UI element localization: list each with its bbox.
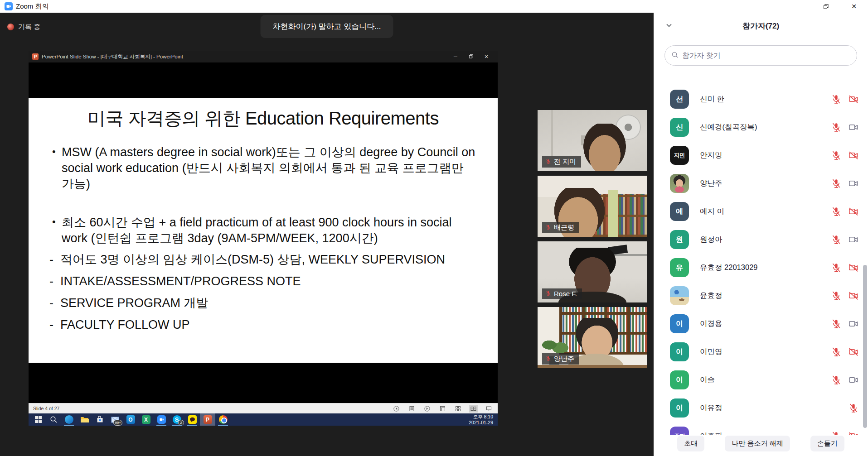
bullet-mark: • (52, 214, 56, 230)
avatar (670, 174, 689, 193)
taskbar-file-explorer-icon[interactable] (77, 413, 92, 426)
mic-muted-icon (831, 206, 842, 217)
participant-row[interactable]: 선선미 한 (654, 85, 868, 113)
mic-muted-icon (831, 234, 842, 245)
taskbar-search-icon[interactable] (46, 413, 61, 426)
search-input[interactable] (682, 52, 850, 60)
camera-on-icon (848, 122, 859, 133)
mic-muted-icon (831, 290, 842, 301)
camera-off-icon (848, 431, 859, 435)
participants-panel: 참가자(72) 선선미 한신신예경(칠곡장복)지민안지밍양난주예예지 이원원정아… (654, 13, 868, 456)
taskbar-chrome-icon[interactable] (215, 413, 231, 426)
mic-muted-icon (831, 150, 842, 161)
participant-row[interactable]: 유유효정 22013029 (654, 254, 868, 282)
taskbar-start-icon[interactable] (30, 413, 46, 426)
next-slide-icon[interactable] (423, 405, 432, 413)
restore-button[interactable] (812, 0, 840, 13)
statusbar-icons (392, 405, 493, 413)
camera-on-icon (848, 178, 859, 189)
close-button[interactable]: ✕ (840, 0, 868, 13)
participant-row[interactable]: 윤효정 (654, 282, 868, 310)
taskbar-store-icon[interactable] (92, 413, 107, 426)
mic-muted-icon (545, 158, 551, 166)
participant-list: 선선미 한신신예경(칠곡장복)지민안지밍양난주예예지 이원원정아유유효정 220… (654, 85, 868, 435)
participant-row[interactable]: 신신예경(칠곡장복) (654, 113, 868, 141)
notes-icon[interactable] (407, 405, 416, 413)
participant-row[interactable]: 이이경용 (654, 310, 868, 338)
camera-off-icon (848, 94, 859, 105)
participant-status-icons (831, 178, 868, 189)
ppt-minimize-button[interactable]: ─ (448, 54, 463, 60)
avatar: 이 (670, 342, 689, 361)
taskbar-outlook-icon[interactable]: O (123, 413, 138, 426)
participant-name: 이경용 (700, 319, 723, 329)
mic-muted-icon (831, 94, 842, 105)
avatar: 원 (670, 230, 689, 249)
taskbar-zoom-icon[interactable] (154, 413, 169, 426)
participant-name: 이민영 (700, 347, 723, 357)
minimize-button[interactable]: — (784, 0, 812, 13)
ppt-close-button[interactable]: ✕ (479, 54, 494, 60)
participant-row[interactable]: 이이민영 (654, 338, 868, 366)
participant-status-icons (831, 290, 868, 301)
ppt-restore-button[interactable] (463, 54, 479, 60)
slide-sub-item: -SERVICE PROGRAM 개발 (49, 295, 477, 311)
avatar: 이 (670, 314, 689, 333)
dash-mark: - (49, 252, 53, 268)
slide-sorter-icon[interactable] (454, 405, 462, 413)
taskbar-edge-icon[interactable] (61, 413, 77, 426)
unmute-myself-button[interactable]: 나만 음소거 해제 (725, 436, 790, 451)
video-nameplate: 전 지미 (542, 156, 581, 168)
recording-label: 기록 중 (18, 23, 40, 31)
participant-row[interactable]: 종피이종피 (654, 422, 868, 435)
participant-name: 양난주 (700, 178, 723, 188)
powerpoint-icon: P (32, 53, 39, 60)
video-nameplate: Rose F. (542, 288, 582, 299)
scrollbar-thumb[interactable] (863, 265, 867, 428)
taskbar-kakaotalk-icon[interactable] (184, 413, 200, 426)
taskbar-skype-icon[interactable]: S2 (169, 413, 184, 426)
video-tile[interactable]: 양난주 (538, 307, 647, 368)
taskbar-powerpoint-icon[interactable]: P (200, 413, 215, 426)
participant-row[interactable]: 원원정아 (654, 226, 868, 254)
camera-off-icon (848, 150, 859, 161)
video-tile[interactable]: 배근령 (538, 176, 647, 237)
participant-name: 신예경(칠곡장복) (700, 122, 757, 132)
camera-off-icon (848, 262, 859, 273)
zoom-logo-icon (5, 2, 13, 10)
desk-edge (538, 365, 647, 368)
door-frame (551, 110, 553, 156)
taskbar-icon-strip: 99+OXS2P (30, 413, 231, 426)
video-tile[interactable]: Rose F. (538, 241, 647, 302)
camera-on-icon (848, 234, 859, 245)
participant-row[interactable]: 양난주 (654, 169, 868, 197)
bullet-mark: • (52, 144, 56, 159)
slide-sub-item: -INTAKE/ASSESSMENT/PROGRESS NOTE (49, 274, 477, 289)
participant-status-icons (831, 234, 868, 245)
powerpoint-titlebar: P PowerPoint Slide Show - [대구대학교 사회복지] -… (29, 51, 498, 62)
participant-name: 선미 한 (700, 94, 724, 104)
video-tile[interactable]: 전 지미 (538, 110, 647, 171)
participant-row[interactable]: 예예지 이 (654, 197, 868, 226)
avatar: 예 (670, 202, 689, 221)
taskbar-mail-icon[interactable]: 99+ (107, 413, 123, 426)
taskbar-excel-icon[interactable]: X (138, 413, 154, 426)
participant-row[interactable]: 지민안지밍 (654, 141, 868, 169)
participant-status-icons (831, 318, 868, 329)
recording-indicator[interactable]: 기록 중 (7, 23, 40, 31)
invite-button[interactable]: 초대 (677, 436, 704, 451)
normal-view-icon[interactable] (438, 405, 447, 413)
chevron-down-icon[interactable] (665, 22, 673, 31)
slide-canvas: 미국 자격증의 위한 Education Requirements •MSW (… (29, 98, 498, 363)
reading-view-icon[interactable] (469, 405, 478, 413)
slide-title: 미국 자격증의 위한 Education Requirements (49, 106, 477, 131)
previous-slide-icon[interactable] (392, 405, 401, 413)
slideshow-icon[interactable] (485, 405, 493, 413)
participant-row[interactable]: 이이유정 (654, 394, 868, 422)
dash-text: 적어도 3명 이상의 임상 케이스(DSM-5) 상담, WEEKLY SUPE… (60, 253, 445, 266)
participant-row[interactable]: 이이슬 (654, 366, 868, 394)
taskbar-clock[interactable]: 오후 8:10 2021-01-29 (469, 414, 498, 425)
running-indicator (172, 425, 182, 426)
raise-hand-button[interactable]: 손들기 (810, 436, 844, 451)
mic-muted-icon (545, 355, 551, 363)
